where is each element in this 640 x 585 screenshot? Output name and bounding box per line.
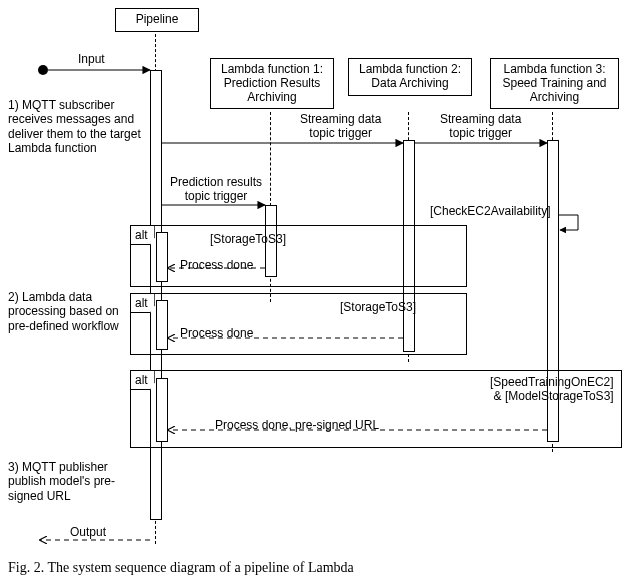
participant-lambda1: Lambda function 1: Prediction Results Ar… [210,58,334,109]
alt-tab-1: alt [131,226,155,245]
process-done2-label: Process done [180,326,253,340]
participant-pipeline-label: Pipeline [136,12,179,26]
guard-storage1-label: [StorageToS3] [210,232,286,246]
step1-label: 1) MQTT subscriber receives messages and… [8,98,148,156]
process-done1-label: Process done [180,258,253,272]
alt-tab-2: alt [131,294,155,313]
figure-caption: Fig. 2. The system sequence diagram of a… [8,560,354,576]
process-done3-label: Process done, pre-signed URL [215,418,379,432]
msg-stream1-label: Streaming data topic trigger [300,112,381,141]
alt-tab-3: alt [131,371,155,390]
output-label: Output [70,525,106,539]
participant-lambda3: Lambda function 3: Speed Training and Ar… [490,58,619,109]
step3-label: 3) MQTT publisher publish model's pre-si… [8,460,138,503]
alt-fragment-1: alt [130,225,467,287]
input-label: Input [78,52,105,66]
participant-lambda1-label: Lambda function 1: Prediction Results Ar… [221,62,323,104]
participant-lambda3-label: Lambda function 3: Speed Training and Ar… [502,62,606,104]
msg-stream2-label: Streaming data topic trigger [440,112,521,141]
participant-pipeline: Pipeline [115,8,199,32]
start-node [38,65,48,75]
guard-speed-label: [SpeedTrainingOnEC2] & [ModelStorageToS3… [490,375,614,404]
alt-fragment-2: alt [130,293,467,355]
participant-lambda2-label: Lambda function 2: Data Archiving [359,62,461,90]
guard-storage2-label: [StorageToS3] [340,300,416,314]
guard-checkec2-label: [CheckEC2Availability] [430,204,551,218]
sequence-diagram: Pipeline Lambda function 1: Prediction R… [0,0,640,585]
step2-label: 2) Lambda data processing based on pre-d… [8,290,123,333]
msg-pred-label: Prediction results topic trigger [170,175,262,204]
participant-lambda2: Lambda function 2: Data Archiving [348,58,472,96]
